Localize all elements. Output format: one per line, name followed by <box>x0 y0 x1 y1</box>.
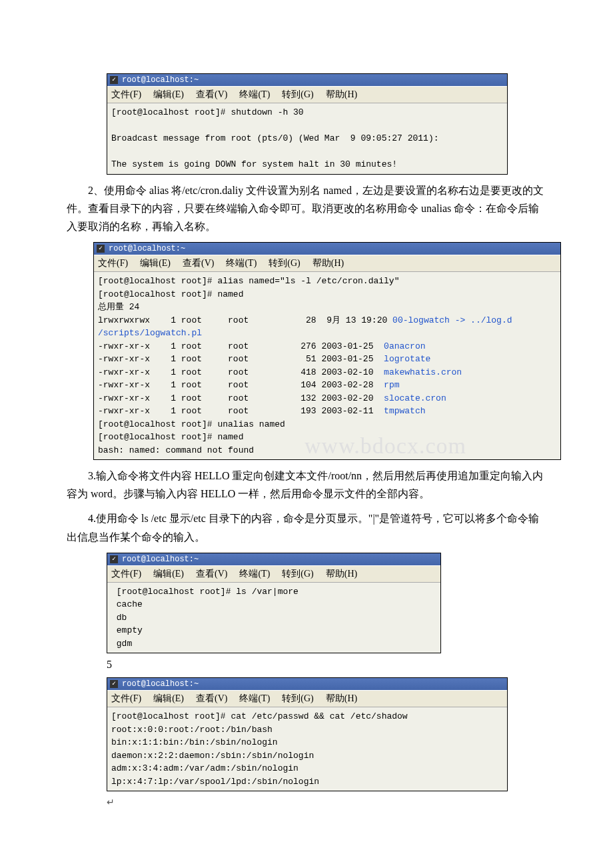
term-line: root:x:0:0:root:/root:/bin/bash <box>111 723 503 737</box>
menubar: 文件(F) 编辑(E) 查看(V) 终端(T) 转到(G) 帮助(H) <box>107 690 507 707</box>
menubar: 文件(F) 编辑(E) 查看(V) 终端(T) 转到(G) 帮助(H) <box>94 255 560 272</box>
item-5-number: 5 <box>107 659 546 671</box>
window-title: root@localhost:~ <box>122 555 199 564</box>
term-line: [root@localhost root]# ls /var|more <box>111 585 436 599</box>
term-line: [root@localhost root]# unalias named <box>98 418 556 431</box>
titlebar: ✓ root@localhost:~ <box>107 74 507 86</box>
term-line: -rwxr-xr-x 1 root root 276 2003-01-25 0a… <box>98 340 556 353</box>
window-title: root@localhost:~ <box>122 75 199 85</box>
menu-view[interactable]: 查看(V) <box>196 89 227 101</box>
terminal-window-2: ✓ root@localhost:~ 文件(F) 编辑(E) 查看(V) 终端(… <box>93 242 561 460</box>
term-line: [root@localhost root]# named <box>98 431 556 444</box>
term-line: 总用量 24 <box>98 301 556 314</box>
window-menu-icon[interactable]: ✓ <box>97 245 105 253</box>
terminal-body[interactable]: [root@localhost root]# ls /var|more cach… <box>107 583 440 653</box>
menu-go[interactable]: 转到(G) <box>269 257 300 269</box>
menu-edit[interactable]: 编辑(E) <box>153 89 184 101</box>
term-line: bash: named: command not found <box>98 444 556 457</box>
term-line: -rwxr-xr-x 1 root root 132 2003-02-20 sl… <box>98 392 556 405</box>
terminal-window-3: ✓ root@localhost:~ 文件(F) 编辑(E) 查看(V) 终端(… <box>107 553 441 654</box>
menu-terminal[interactable]: 终端(T) <box>239 693 270 705</box>
menubar: 文件(F) 编辑(E) 查看(V) 终端(T) 转到(G) 帮助(H) <box>107 565 440 583</box>
paragraph-4: 4.使用命令 ls /etc 显示/etc 目录下的内容，命令是分页显示。"|"… <box>67 509 546 545</box>
menu-terminal[interactable]: 终端(T) <box>239 568 270 580</box>
term-line: Broadcast message from root (pts/0) (Wed… <box>111 132 503 145</box>
terminal-body[interactable]: [root@localhost root]# cat /etc/passwd &… <box>107 707 507 791</box>
term-line: [root@localhost root]# cat /etc/passwd &… <box>111 710 503 723</box>
titlebar: ✓ root@localhost:~ <box>94 243 560 255</box>
menu-help[interactable]: 帮助(H) <box>326 693 357 705</box>
menu-terminal[interactable]: 终端(T) <box>226 257 257 269</box>
terminal-window-4: ✓ root@localhost:~ 文件(F) 编辑(E) 查看(V) 终端(… <box>107 677 508 791</box>
window-title: root@localhost:~ <box>109 244 185 253</box>
term-line: -rwxr-xr-x 1 root root 51 2003-01-25 log… <box>98 353 556 366</box>
menu-view[interactable]: 查看(V) <box>196 568 227 580</box>
menu-view[interactable]: 查看(V) <box>196 693 227 705</box>
menu-go[interactable]: 转到(G) <box>282 89 313 101</box>
term-line: lrwxrwxrwx 1 root root 28 9月 13 19:20 00… <box>98 314 556 327</box>
menu-help[interactable]: 帮助(H) <box>326 568 357 580</box>
menubar: 文件(F) 编辑(E) 查看(V) 终端(T) 转到(G) 帮助(H) <box>107 86 507 103</box>
term-line: [root@localhost root]# alias named="ls -… <box>98 275 556 288</box>
paragraph-2: 2、使用命令 alias 将/etc/cron.daliy 文件设置为别名 na… <box>67 181 546 236</box>
menu-file[interactable]: 文件(F) <box>98 257 128 269</box>
window-menu-icon[interactable]: ✓ <box>110 680 118 688</box>
menu-help[interactable]: 帮助(H) <box>326 89 357 101</box>
term-line: /scripts/logwatch.pl <box>98 327 556 340</box>
terminal-body[interactable]: [root@localhost root]# alias named="ls -… <box>94 272 560 459</box>
paragraph-3: 3.输入命令将文件内容 HELLO 重定向创建文本文件/root/nn，然后用然… <box>67 467 546 503</box>
window-menu-icon[interactable]: ✓ <box>110 76 118 84</box>
terminal-body[interactable]: [root@localhost root]# shutdown -h 30 Br… <box>107 103 507 174</box>
term-line: db <box>111 611 436 625</box>
menu-edit[interactable]: 编辑(E) <box>140 257 171 269</box>
term-line: adm:x:3:4:adm:/var/adm:/sbin/nologin <box>111 762 503 775</box>
menu-terminal[interactable]: 终端(T) <box>239 89 270 101</box>
menu-edit[interactable]: 编辑(E) <box>153 693 184 705</box>
menu-file[interactable]: 文件(F) <box>111 89 141 101</box>
term-line: lp:x:4:7:lp:/var/spool/lpd:/sbin/nologin <box>111 775 503 789</box>
term-line: empty <box>111 624 436 637</box>
term-line <box>111 145 503 159</box>
menu-edit[interactable]: 编辑(E) <box>153 568 184 580</box>
term-line <box>111 119 503 133</box>
menu-file[interactable]: 文件(F) <box>111 568 141 580</box>
window-menu-icon[interactable]: ✓ <box>110 555 118 563</box>
titlebar: ✓ root@localhost:~ <box>107 678 507 690</box>
term-line: -rwxr-xr-x 1 root root 104 2003-02-28 rp… <box>98 379 556 392</box>
titlebar: ✓ root@localhost:~ <box>107 553 440 565</box>
menu-help[interactable]: 帮助(H) <box>312 257 344 269</box>
menu-view[interactable]: 查看(V) <box>183 257 214 269</box>
term-line: cache <box>111 598 436 611</box>
term-line: daemon:x:2:2:daemon:/sbin:/sbin/nologin <box>111 749 503 763</box>
return-icon: ↵ <box>107 797 546 808</box>
menu-go[interactable]: 转到(G) <box>282 693 313 705</box>
term-line: [root@localhost root]# named <box>98 288 556 301</box>
term-line: bin:x:1:1:bin:/bin:/sbin/nologin <box>111 736 503 749</box>
terminal-window-1: ✓ root@localhost:~ 文件(F) 编辑(E) 查看(V) 终端(… <box>107 73 508 175</box>
term-line: gdm <box>111 637 436 651</box>
term-line: -rwxr-xr-x 1 root root 418 2003-02-10 ma… <box>98 366 556 379</box>
term-line: -rwxr-xr-x 1 root root 193 2003-02-11 tm… <box>98 405 556 418</box>
menu-file[interactable]: 文件(F) <box>111 693 141 705</box>
window-title: root@localhost:~ <box>122 679 199 689</box>
term-line: [root@localhost root]# shutdown -h 30 <box>111 106 503 119</box>
menu-go[interactable]: 转到(G) <box>282 568 313 580</box>
term-line: The system is going DOWN for system halt… <box>111 158 503 171</box>
